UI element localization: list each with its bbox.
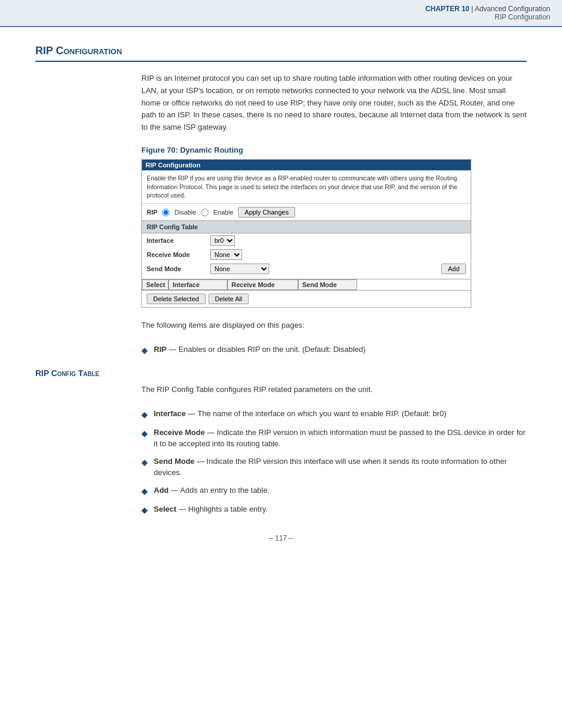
figure-caption: Figure 70: Dynamic Routing (141, 146, 527, 154)
receive-mode-row: Receive Mode None RIP 1 RIP 2 (142, 248, 471, 262)
receive-mode-label: Receive Mode (147, 251, 206, 258)
interface-bullet-desc: — The name of the interface on which you… (188, 409, 447, 418)
rip-bullet-list: ◆ RIP — Enables or disables RIP on the u… (141, 344, 527, 357)
sub-section-title: RIP Config Table (35, 368, 527, 378)
send-mode-term: Send Mode (154, 457, 194, 466)
col-send: Send Mode (298, 279, 357, 290)
main-content: RIP Configuration RIP is an Internet pro… (0, 27, 562, 578)
interface-term: Interface (154, 409, 186, 418)
delete-selected-button[interactable]: Delete Selected (147, 294, 206, 304)
col-select: Select (142, 279, 168, 290)
send-mode-bullet-desc: — Indicate the RIP version this interfac… (154, 457, 507, 477)
rip-config-table-header: RIP Config Table (142, 220, 471, 233)
header-main-title: Advanced Configuration (475, 5, 550, 13)
section-title: RIP Configuration (35, 45, 527, 62)
rip-disable-radio[interactable] (162, 209, 170, 216)
bullet-diamond-icon: ◆ (141, 427, 148, 440)
following-items-text: The following items are displayed on thi… (141, 319, 527, 332)
send-mode-bullet: ◆ Send Mode — Indicate the RIP version t… (141, 456, 527, 479)
rip-enable-row: RIP Disable Enable Apply Changes (142, 204, 471, 220)
rip-box-description: Enable the RIP if you are using this dev… (142, 170, 471, 204)
select-bullet-desc: — Highlights a table entry. (178, 505, 268, 513)
interface-bullet: ◆ Interface — The name of the interface … (141, 408, 527, 421)
section-body-text: RIP is an Internet protocol you can set … (141, 73, 527, 134)
rip-disable-label: Disable (174, 209, 196, 216)
rip-config-ui-box: RIP Configuration Enable the RIP if you … (141, 159, 471, 308)
header-sub-title: RIP Configuration (12, 13, 550, 21)
rip-table-columns: Select Interface Receive Mode Send Mode (142, 279, 471, 291)
rip-enable-label: Enable (213, 209, 233, 216)
rip-radio-group: Disable Enable (162, 209, 233, 216)
rip-label: RIP (147, 209, 157, 216)
bullet-diamond-icon: ◆ (141, 409, 148, 421)
select-term: Select (154, 505, 176, 513)
receive-mode-bullet-desc: — Indicate the RIP version in which info… (154, 428, 525, 449)
delete-buttons-row: Delete Selected Delete All (142, 291, 471, 307)
add-term: Add (154, 486, 168, 495)
interface-row: Interface br0 (142, 233, 471, 248)
apply-changes-button[interactable]: Apply Changes (238, 207, 295, 218)
interface-select[interactable]: br0 (210, 235, 235, 246)
delete-all-button[interactable]: Delete All (209, 294, 249, 304)
col-interface: Interface (168, 279, 227, 290)
sub-section-intro: The RIP Config Table configures RIP rela… (141, 384, 527, 396)
sub-section-bullet-list: ◆ Interface — The name of the interface … (141, 408, 527, 516)
bullet-diamond-icon: ◆ (141, 504, 148, 516)
add-bullet-desc: — Adds an entry to the table. (171, 486, 270, 495)
receive-mode-bullet: ◆ Receive Mode — Indicate the RIP versio… (141, 427, 527, 450)
rip-enable-radio[interactable] (201, 209, 209, 216)
receive-mode-term: Receive Mode (154, 428, 205, 437)
rip-bullet-item: ◆ RIP — Enables or disables RIP on the u… (141, 344, 527, 357)
rip-term: RIP (154, 345, 167, 354)
receive-mode-select[interactable]: None RIP 1 RIP 2 (210, 249, 242, 260)
select-bullet: ◆ Select — Highlights a table entry. (141, 503, 527, 516)
add-bullet: ◆ Add — Adds an entry to the table. (141, 485, 527, 498)
bullet-diamond-icon: ◆ (141, 456, 148, 469)
page-number: – 117 – (35, 534, 527, 554)
bullet-diamond-icon: ◆ (141, 344, 148, 357)
send-mode-select[interactable]: None RIP 1 RIP 2 (210, 263, 269, 274)
add-button[interactable]: Add (441, 263, 466, 274)
rip-box-title: RIP Configuration (142, 160, 471, 170)
send-mode-row: Send Mode None RIP 1 RIP 2 Add (142, 262, 471, 276)
rip-desc: — Enables or disables RIP on the unit. (… (168, 345, 365, 354)
interface-label: Interface (147, 237, 206, 244)
page-header: CHAPTER 10 | Advanced Configuration RIP … (0, 0, 562, 27)
send-mode-label: Send Mode (147, 265, 206, 272)
chapter-label: CHAPTER 10 (425, 5, 470, 13)
bullet-diamond-icon: ◆ (141, 485, 148, 498)
rip-bullet-text: RIP — Enables or disables RIP on the uni… (154, 344, 366, 355)
col-receive: Receive Mode (227, 279, 298, 290)
